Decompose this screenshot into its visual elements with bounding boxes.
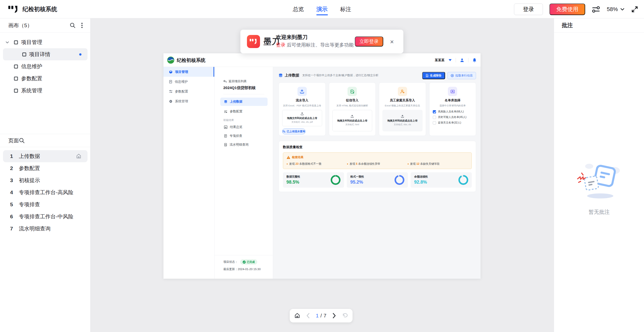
proto-username[interactable]: 某某某: [435, 58, 445, 62]
fullscreen-icon[interactable]: [631, 6, 638, 13]
page-item-4[interactable]: 4 专项排查工作台-高风险: [0, 186, 91, 198]
left-sidebar: 画布（5） 项目管理 项目详情 信息维护: [0, 18, 91, 332]
login-now-button[interactable]: 立即登录: [355, 36, 383, 47]
tab-present[interactable]: 演示: [317, 0, 328, 18]
metric-balance-continuity: 余额连续性 92.8%: [411, 172, 472, 188]
dropzone-main-text: 拖拽文件到此处或点击上传: [283, 116, 321, 120]
bell-icon[interactable]: [473, 58, 477, 62]
tree-item-label: 信息维护: [21, 63, 42, 70]
user-icon[interactable]: [460, 58, 464, 62]
option-label: 历史可疑人员名单(45人): [438, 115, 466, 119]
tree-item-param-config[interactable]: 参数配置: [0, 72, 91, 85]
search-icon[interactable]: [70, 22, 76, 28]
file-dropzone[interactable]: 拖拽文件到此处或点击上传 支持格式: xlsx, xls: [382, 110, 422, 131]
status-badge-text: 已完成: [247, 260, 255, 264]
tree-item-info-maintenance[interactable]: 信息维护: [0, 60, 91, 72]
banner-subtitle-rest: 后可使用标注、导出等更多功能: [287, 42, 354, 48]
restart-icon[interactable]: [342, 313, 348, 318]
back-to-projects-link[interactable]: 返回项目列表: [223, 79, 247, 84]
file-dropzone[interactable]: 拖拽文件到此处或点击上传 支持格式: xlsx, xls, pdf: [282, 110, 322, 126]
annotations-panel: 批注: [554, 18, 644, 332]
result-menu-flow-detail[interactable]: 流水明细查询: [220, 140, 268, 149]
file-dropzone[interactable]: 拖拽文件到此处或点击上传 支持格式: html: [332, 110, 372, 131]
frame-icon: [14, 89, 18, 93]
modao-badge-icon: [247, 35, 260, 48]
page-item-5[interactable]: 5 专项排查: [0, 198, 91, 211]
tree-item-project-management[interactable]: 项目管理: [0, 36, 91, 48]
document-list-icon: [224, 134, 227, 138]
page-item-3[interactable]: 3 初核提示: [0, 174, 91, 186]
proto-nav-info-maintenance[interactable]: 信息维护: [163, 77, 214, 87]
free-use-button[interactable]: 免费使用: [549, 4, 585, 15]
tree-item-system-management[interactable]: 系统管理: [0, 85, 91, 97]
tab-overview[interactable]: 总览: [293, 0, 304, 18]
quality-metrics-row: 数据完整性 98.5% 格式一致性 95.2% 余额连续性 92.8%: [283, 172, 472, 188]
content-header: 上传数据 支持在一个项目中上传多个主体/账户数据，进行汇总/独立分析 生成报告 …: [279, 72, 476, 79]
content-subtitle: 支持在一个项目中上传多个主体/账户数据，进行汇总/独立分析: [302, 73, 378, 77]
page-number: 1: [10, 153, 13, 159]
prev-page-icon[interactable]: [306, 313, 310, 318]
banner-title: 欢迎来到墨刀: [276, 34, 308, 41]
banner-login-word[interactable]: 登录: [276, 42, 285, 48]
dropzone-main-text: 拖拽文件到此处或点击上传: [384, 119, 421, 122]
pages-panel-header: 页面: [0, 134, 91, 147]
result-menu-overview[interactable]: 结果总览: [220, 123, 268, 132]
proto-nav-project-management[interactable]: 项目管理: [163, 67, 214, 77]
app-root: 纪检初核系统 总览 演示 标注 登录 免费使用 58%: [0, 0, 644, 332]
result-menu-special-check[interactable]: 专项排查: [220, 132, 268, 140]
card-desc: 支持 Excel、PDF 格式文件批量上传: [282, 104, 322, 107]
bullet-dot: [408, 163, 409, 164]
annotations-empty-state: 暂无批注: [554, 159, 644, 216]
top-toolbar: 纪检初核系统 总览 演示 标注 登录 免费使用 58%: [0, 0, 644, 18]
project-menu-upload-data[interactable]: 上传数据: [220, 98, 268, 106]
settings-sliders-icon[interactable]: [592, 5, 600, 14]
chevron-down-icon: [620, 8, 624, 11]
sliders-icon: [169, 90, 173, 93]
next-page-icon[interactable]: [332, 313, 336, 318]
quality-warning-box: 检查结果 发现23条数据格式不一致 发现5条余额连续性异常: [283, 152, 472, 169]
generate-report-button[interactable]: 生成报告: [422, 72, 445, 79]
close-icon[interactable]: ×: [390, 38, 394, 46]
login-button[interactable]: 登录: [514, 4, 543, 15]
option-high-risk-list[interactable]: 高风险人员名单(68人): [433, 110, 473, 113]
list-options: 高风险人员名单(68人) 历史可疑人员名单(45人) 监管关注名单(32人): [433, 110, 473, 124]
card-desc: Excel 模板上传员工家庭关系信息: [382, 104, 422, 107]
page-label: 专项排查工作台-高风险: [19, 189, 73, 196]
uploaded-flow-query-button[interactable]: 已上传流水查询: [282, 129, 306, 134]
page-label: 流水明细查询: [19, 225, 51, 232]
project-menu-param-config[interactable]: 参数配置: [220, 107, 268, 116]
tab-annotate[interactable]: 标注: [340, 0, 351, 18]
checkbox-icon[interactable]: [433, 116, 436, 119]
tree-item-label: 系统管理: [21, 87, 42, 94]
user-caret-icon[interactable]: [449, 59, 452, 61]
pull-bank-info-button[interactable]: 拉取本行信息: [447, 72, 476, 79]
zoom-control[interactable]: 58%: [607, 6, 624, 13]
proto-nav-param-config[interactable]: 参数配置: [163, 87, 214, 96]
upload-glyph-icon: [351, 115, 354, 118]
home-icon[interactable]: [294, 313, 300, 319]
bullet-dot: [287, 163, 288, 164]
page-number: 5: [10, 201, 13, 208]
pull-bank-info-label: 拉取本行信息: [455, 74, 473, 77]
more-kebab-icon[interactable]: [81, 22, 83, 28]
checkbox-icon[interactable]: [433, 110, 436, 113]
page-item-7[interactable]: 7 流水明细查询: [0, 223, 91, 235]
upload-glyph-icon: [300, 112, 304, 115]
canvas-panel-header: 画布（5）: [0, 18, 90, 33]
proto-left-nav: 项目管理 信息维护 参数配置 系统管理: [163, 67, 214, 279]
option-regulator-watch-list[interactable]: 监管关注名单(32人): [433, 121, 473, 124]
page-item-1[interactable]: 1 上传数据: [3, 150, 88, 162]
tree-item-label: 项目管理: [21, 39, 42, 46]
warning-triangle-icon: [287, 156, 290, 159]
tree-item-project-detail[interactable]: 项目详情: [3, 48, 88, 60]
proto-nav-system-management[interactable]: 系统管理: [163, 96, 214, 106]
search-icon[interactable]: [19, 138, 25, 144]
checkbox-icon[interactable]: [433, 121, 436, 124]
page-item-2[interactable]: 2 参数配置: [0, 162, 91, 174]
metric-format-consistency: 格式一致性 95.2%: [347, 172, 408, 188]
page-item-6[interactable]: 6 专项排查工作台-中风险: [0, 211, 91, 223]
caret-down-icon[interactable]: [6, 41, 9, 44]
page-separator: /: [320, 313, 322, 319]
option-history-suspect-list[interactable]: 历史可疑人员名单(45人): [433, 115, 473, 119]
donut-ring: [331, 175, 340, 185]
